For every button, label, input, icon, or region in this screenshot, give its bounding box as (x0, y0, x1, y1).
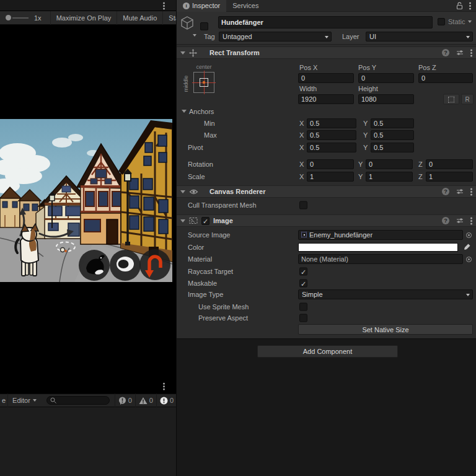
action-button-bird[interactable] (79, 250, 110, 281)
inspector-menu-icon[interactable] (469, 5, 471, 7)
component-title: Rect Transform (209, 49, 260, 56)
pos-y-field[interactable]: 0 (358, 73, 414, 83)
foldout-icon[interactable] (180, 190, 185, 193)
help-icon[interactable]: ? (442, 188, 449, 195)
presets-icon[interactable] (456, 188, 464, 195)
rect-transform-header[interactable]: Rect Transform ? (177, 46, 476, 59)
source-image-field[interactable]: Enemy_hundefänger (298, 230, 463, 240)
height-field[interactable]: 1080 (358, 94, 414, 104)
add-component-button[interactable]: Add Component (257, 345, 398, 358)
pivot-y-field[interactable]: 0.5 (371, 143, 414, 152)
console-search-input[interactable] (46, 396, 110, 405)
min-y-field[interactable]: 0.5 (371, 118, 414, 128)
scale-z-field[interactable]: 1 (426, 172, 473, 182)
static-checkbox[interactable] (438, 18, 445, 25)
mute-audio-button[interactable]: Mute Audio (117, 11, 163, 25)
static-label: Static (448, 18, 465, 25)
x-prefix: X (299, 161, 304, 168)
console-error-toggle[interactable]: 0 (156, 394, 177, 407)
eyedropper-icon[interactable] (463, 243, 471, 251)
editor-dropdown[interactable]: Editor (8, 397, 33, 404)
presets-icon[interactable] (456, 50, 464, 56)
inspector-tabstrip: i Inspector Services (177, 0, 476, 12)
active-checkbox[interactable] (200, 22, 208, 30)
max-label: Max (204, 131, 217, 139)
maskable-checkbox[interactable]: ✓ (299, 280, 307, 288)
action-button-bowl[interactable] (110, 250, 141, 281)
tag-dropdown[interactable]: Untagged (219, 32, 332, 42)
maskable-label: Maskable (188, 280, 217, 287)
maximize-on-play-button[interactable]: Maximize On Play (50, 11, 118, 25)
x-prefix: X (299, 131, 304, 139)
help-icon[interactable]: ? (442, 49, 449, 56)
action-button-uturn[interactable] (139, 249, 170, 280)
component-menu-icon[interactable] (470, 191, 472, 193)
raw-edit-button[interactable]: R (461, 94, 474, 105)
game-toolbar: 1x Maximize On Play Mute Audio Sta (0, 11, 177, 25)
use-sprite-mesh-checkbox[interactable] (299, 303, 307, 311)
scale-x-field[interactable]: 1 (307, 172, 354, 182)
image-header[interactable]: ✓ Image ? (177, 214, 476, 227)
x-prefix: X (299, 173, 304, 180)
help-icon[interactable]: ? (442, 217, 449, 224)
max-x-field[interactable]: 0.5 (307, 130, 356, 140)
material-field[interactable]: None (Material) (298, 254, 463, 264)
pivot-x-field[interactable]: 0.5 (307, 143, 356, 152)
preserve-aspect-checkbox[interactable] (299, 314, 307, 322)
cull-transparent-mesh-checkbox[interactable] (299, 201, 307, 209)
game-panel-menu-icon[interactable] (163, 5, 165, 7)
set-native-size-button[interactable]: Set Native Size (298, 324, 473, 335)
max-y-field[interactable]: 0.5 (371, 130, 414, 140)
scale-y-field[interactable]: 1 (366, 172, 413, 182)
color-swatch[interactable] (298, 243, 458, 252)
component-menu-icon[interactable] (470, 220, 472, 222)
cull-transparent-mesh-label: Cull Transparent Mesh (188, 201, 257, 209)
presets-icon[interactable] (456, 218, 464, 224)
min-x-field[interactable]: 0.5 (307, 118, 356, 128)
image-component-icon (189, 217, 198, 224)
cube-dropdown-icon[interactable] (193, 34, 196, 37)
pos-x-field[interactable]: 0 (298, 73, 354, 83)
pivot-label: Pivot (188, 144, 203, 151)
tab-services[interactable]: Services (226, 0, 265, 12)
foldout-icon[interactable] (180, 51, 185, 55)
chevron-down-icon (325, 36, 328, 38)
y-prefix: Y (363, 131, 368, 139)
foldout-icon[interactable] (182, 110, 187, 113)
clipped-console-tab[interactable]: e (0, 397, 7, 404)
chevron-down-icon (466, 36, 470, 38)
width-field[interactable]: 1920 (298, 94, 354, 104)
anchors-foldout-row[interactable]: Anchors (177, 107, 476, 117)
gameobject-cube-icon[interactable] (180, 15, 194, 30)
raycast-target-checkbox[interactable]: ✓ (299, 268, 307, 276)
scale-slider[interactable] (0, 11, 34, 25)
console-warning-toggle[interactable]: 0 (135, 394, 156, 407)
component-menu-icon[interactable] (470, 52, 472, 54)
gameobject-header: Hundefänger Static Tag Untagged Layer UI (177, 12, 476, 45)
canvas-renderer-header[interactable]: Canvas Renderer ? (177, 185, 476, 198)
rotation-y-field[interactable]: 0 (366, 159, 413, 169)
image-type-dropdown[interactable]: Simple (298, 289, 473, 299)
object-picker-icon[interactable] (465, 256, 472, 263)
console-panel-menu-icon[interactable] (163, 386, 165, 387)
maskable-row: Maskable ✓ (177, 278, 476, 289)
object-picker-icon[interactable] (465, 232, 472, 239)
scale-label: Scale (188, 173, 205, 180)
height-label: Height (358, 85, 378, 92)
blueprint-mode-button[interactable] (443, 94, 459, 105)
console-info-toggle[interactable]: 0 (115, 394, 135, 407)
tab-inspector[interactable]: i Inspector (177, 0, 226, 12)
static-dropdown-icon[interactable] (468, 20, 472, 23)
rotation-z-field[interactable]: 0 (426, 159, 473, 169)
use-sprite-mesh-row: Use Sprite Mesh (177, 301, 476, 312)
slider-track[interactable] (12, 17, 29, 19)
rotation-x-field[interactable]: 0 (307, 159, 354, 169)
layer-dropdown[interactable]: UI (366, 32, 473, 42)
image-enabled-checkbox[interactable]: ✓ (201, 217, 209, 225)
gameobject-name-field[interactable]: Hundefänger (218, 16, 433, 29)
foldout-icon[interactable] (180, 219, 185, 223)
scale-row: Scale X 1 Y 1 Z 1 (177, 171, 476, 182)
lock-icon[interactable] (456, 2, 463, 10)
pos-z-field[interactable]: 0 (418, 73, 473, 83)
slider-knob-icon[interactable] (6, 15, 11, 20)
